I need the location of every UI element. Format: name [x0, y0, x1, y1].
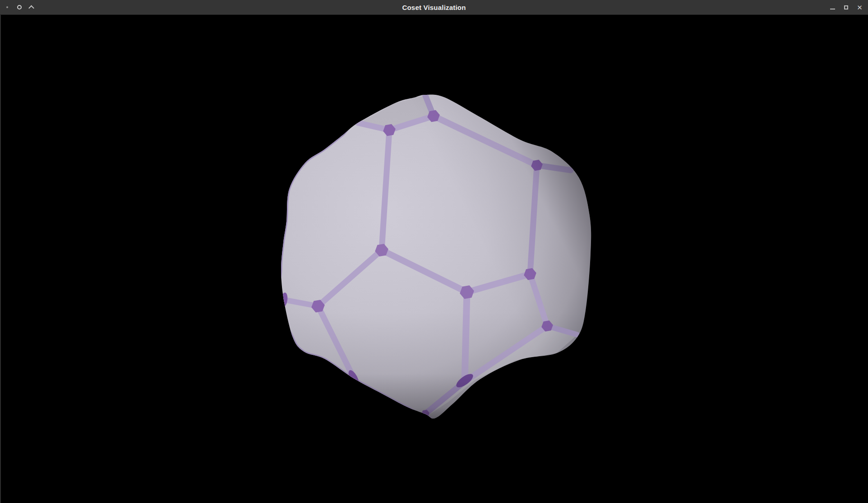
titlebar-left-buttons	[0, 1, 37, 13]
polyhedron-render	[1, 0, 868, 503]
dot-icon	[6, 6, 8, 8]
window-menu-button[interactable]	[2, 1, 12, 13]
app-window: Coset Visualization ✕	[0, 0, 868, 503]
window-circle-button[interactable]	[14, 1, 24, 13]
close-button[interactable]: ✕	[854, 1, 865, 13]
chevron-up-icon	[28, 5, 34, 11]
coset-3d-viewport[interactable]	[1, 0, 868, 503]
window-title: Coset Visualization	[0, 4, 868, 11]
minimize-icon	[830, 9, 835, 9]
maximize-icon	[844, 5, 848, 9]
window-controls: ✕	[827, 1, 868, 13]
titlebar: Coset Visualization ✕	[0, 0, 868, 15]
minimize-button[interactable]	[827, 1, 838, 13]
circle-icon	[17, 5, 22, 9]
maximize-button[interactable]	[841, 1, 851, 13]
close-icon: ✕	[857, 4, 863, 11]
window-shade-button[interactable]	[26, 1, 37, 13]
